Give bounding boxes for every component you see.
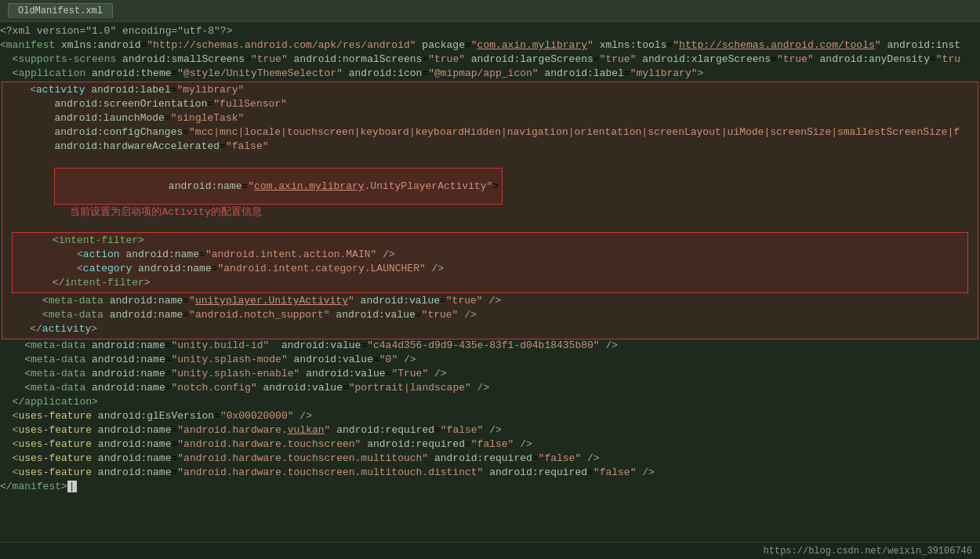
title-tab: OldManifest.xml <box>8 3 113 18</box>
code-line-4: <application android:theme="@style/Unity… <box>0 67 980 82</box>
code-line-1: <?xml version="1.0" encoding="utf-8"?> <box>0 25 980 39</box>
activity-highlight-box: <activity android:label="mylibrary" andr… <box>2 82 978 339</box>
code-line-15: <meta-data android:name="unityplayer.Uni… <box>5 295 975 309</box>
status-url: https://blog.csdn.net/weixin_39106746 <box>764 546 972 557</box>
code-line-9: android:hardwareAccelerated="false" <box>5 140 975 154</box>
code-line-12: <action android:name="android.intent.act… <box>16 249 964 263</box>
code-line-27: <uses-feature android:name="android.hard… <box>0 466 980 481</box>
code-line-16: <meta-data android:name="android.notch_s… <box>5 309 975 323</box>
code-line-11: <intent-filter> <box>16 234 964 249</box>
code-line-26: <uses-feature android:name="android.hard… <box>0 452 980 466</box>
code-area: <?xml version="1.0" encoding="utf-8"?> <… <box>0 22 980 543</box>
code-line-2: <manifest xmlns:android="http://schemas.… <box>0 39 980 53</box>
code-line-23: <uses-feature android:glEsVersion="0x000… <box>0 410 980 424</box>
code-line-5: <activity android:label="mylibrary" <box>5 84 975 98</box>
status-bar: https://blog.csdn.net/weixin_39106746 <box>0 542 980 559</box>
code-line-3: <supports-screens android:smallScreens="… <box>0 53 980 67</box>
code-line-6: android:screenOrientation="fullSensor" <box>5 98 975 112</box>
code-line-25: <uses-feature android:name="android.hard… <box>0 438 980 452</box>
code-line-10: android:name="com.axin.mylibrary.UnityPl… <box>5 156 975 230</box>
code-line-7: android:launchMode="singleTask" <box>5 112 975 126</box>
code-line-28: </manifest>| <box>0 481 980 495</box>
code-line-19: <meta-data android:name="unity.splash-mo… <box>0 354 980 368</box>
code-line-24: <uses-feature android:name="android.hard… <box>0 424 980 438</box>
code-line-13: <category android:name="android.intent.c… <box>16 263 964 277</box>
annotation-text: 当前设置为启动项的Activity的配置信息 <box>70 206 261 218</box>
code-line-22: </application> <box>0 396 980 410</box>
code-line-18: <meta-data android:name="unity.build-id"… <box>0 339 980 354</box>
code-line-17: </activity> <box>5 323 975 337</box>
title-bar: OldManifest.xml <box>0 0 980 22</box>
code-line-20: <meta-data android:name="unity.splash-en… <box>0 368 980 382</box>
code-line-8: android:configChanges="mcc|mnc|locale|to… <box>5 126 975 140</box>
intent-filter-box: <intent-filter> <action android:name="an… <box>12 232 968 293</box>
code-line-14: </intent-filter> <box>16 277 964 291</box>
code-line-21: <meta-data android:name="notch.config" a… <box>0 382 980 396</box>
